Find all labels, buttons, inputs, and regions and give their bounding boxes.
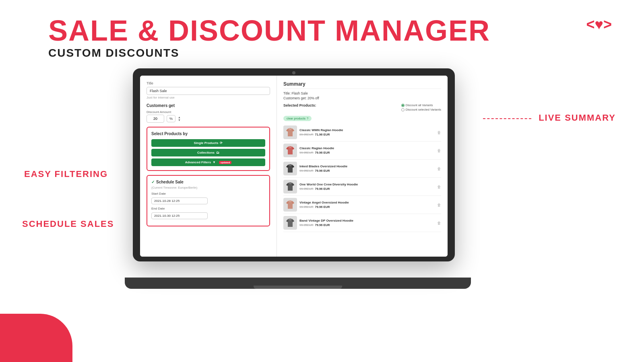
select-products-title: Select Products by <box>151 132 265 136</box>
original-price: 99.95EUR <box>299 151 314 154</box>
deco-shape <box>0 314 72 362</box>
product-name: Vintage Angel Oversized Hoodie <box>299 201 435 204</box>
sale-price: 79.96 EUR <box>315 187 330 191</box>
updated-badge: updated <box>219 161 231 164</box>
product-list: Classic WMN Raglan Hoodie89.95EUR71.96 E… <box>283 123 441 232</box>
product-info: One World One Crew Diversity Hoodie99.95… <box>299 183 435 191</box>
sale-price: 79.96 EUR <box>315 223 330 227</box>
product-thumbnail <box>283 162 297 175</box>
summary-title-line: Title: Flash Sale <box>283 91 441 95</box>
product-thumbnail <box>283 125 297 139</box>
radio-selected-variants[interactable]: Discount selected Variants <box>401 108 441 111</box>
product-thumbnail <box>283 180 297 193</box>
product-item: Inked Blades Oversized Hoodie99.95EUR79.… <box>283 160 441 178</box>
product-prices: 99.95EUR79.96 EUR <box>299 151 435 154</box>
discount-label: Discount Amount: <box>147 110 270 114</box>
product-info: Band Vintage DP Oversized Hoodie99.95EUR… <box>299 219 435 227</box>
product-prices: 99.95EUR79.96 EUR <box>299 187 435 191</box>
original-price: 99.95EUR <box>299 223 314 227</box>
check-icon: ✓ <box>151 180 155 184</box>
product-prices: 99.95EUR79.96 EUR <box>299 205 435 209</box>
live-summary-label: LIVE SUMMARY <box>539 113 616 123</box>
product-item: Classic WMN Raglan Hoodie89.95EUR71.96 E… <box>283 123 441 142</box>
product-name: Classic Raglan Hoodie <box>299 146 435 150</box>
customers-get-title: Customers get <box>147 103 270 108</box>
title-hint: Just for internal use <box>147 96 270 99</box>
easy-filtering-label: EASY FILTERING <box>24 169 108 179</box>
discount-input[interactable] <box>147 115 164 123</box>
delete-product-icon[interactable]: 🗑 <box>437 203 441 207</box>
advanced-filters-button[interactable]: Advanced Filters ▼ updated <box>151 158 265 166</box>
right-panel: Summary Title: Flash Sale Customers get:… <box>277 76 448 257</box>
product-info: Classic WMN Raglan Hoodie89.95EUR71.96 E… <box>299 128 435 136</box>
collections-button[interactable]: Collections 🗂 <box>151 149 265 156</box>
start-date-label: Start Date <box>151 192 265 195</box>
laptop-base <box>125 278 471 289</box>
variant-options: Discount all Variants Discount selected … <box>401 103 441 111</box>
product-info: Vintage Angel Oversized Hoodie99.95EUR79… <box>299 201 435 209</box>
discount-row: % ▲ ▼ <box>147 115 270 123</box>
product-name: Classic WMN Raglan Hoodie <box>299 128 435 132</box>
delete-product-icon[interactable]: 🗑 <box>437 167 441 171</box>
selected-products-header: Selected Products: Discount all Variants… <box>283 103 441 111</box>
laptop-screen: Title Just for internal use Customers ge… <box>133 68 455 261</box>
summary-customers-line: Customers get: 20% off <box>283 96 441 100</box>
delete-product-icon[interactable]: 🗑 <box>437 148 441 153</box>
page-subtitle: CUSTOM DISCOUNTS <box>48 47 490 60</box>
end-date-label: End Date <box>151 207 265 210</box>
product-info: Classic Raglan Hoodie99.95EUR79.96 EUR <box>299 146 435 154</box>
sale-price: 79.96 EUR <box>315 205 330 209</box>
delete-product-icon[interactable]: 🗑 <box>437 221 441 225</box>
screen-content: Title Just for internal use Customers ge… <box>140 76 448 257</box>
product-item: Vintage Angel Oversized Hoodie99.95EUR79… <box>283 196 441 214</box>
delete-product-icon[interactable]: 🗑 <box>437 130 441 135</box>
logo: <♥> <box>586 16 612 33</box>
laptop-camera <box>292 71 295 74</box>
sale-price: 71.96 EUR <box>315 133 330 136</box>
help-icon: ? <box>307 117 308 120</box>
selected-products-label: Selected Products: <box>283 103 316 107</box>
discount-unit: % <box>167 115 175 122</box>
clear-products-button[interactable]: clear products ? <box>283 116 312 121</box>
schedule-title: ✓ Schedule Sale <box>151 180 265 184</box>
product-thumbnail <box>283 198 297 212</box>
sale-price: 79.96 EUR <box>315 169 330 173</box>
sale-price: 79.96 EUR <box>315 151 330 154</box>
original-price: 99.95EUR <box>299 187 314 191</box>
radio-dot-selected <box>401 108 405 111</box>
product-prices: 99.95EUR79.96 EUR <box>299 169 435 173</box>
laptop-wrapper: Title Just for internal use Customers ge… <box>133 68 463 278</box>
start-date-input[interactable] <box>151 197 208 204</box>
product-name: One World One Crew Diversity Hoodie <box>299 183 435 186</box>
product-item: Band Vintage DP Oversized Hoodie99.95EUR… <box>283 214 441 232</box>
schedule-sale-box: ✓ Schedule Sale (Current Timezone: Europ… <box>147 175 270 226</box>
product-thumbnail <box>283 144 297 157</box>
product-thumbnail <box>283 216 297 230</box>
end-date-input[interactable] <box>151 212 208 219</box>
delete-product-icon[interactable]: 🗑 <box>437 185 441 189</box>
live-summary-line <box>483 118 531 119</box>
schedule-sales-label: SCHEDULE SALES <box>22 219 114 229</box>
single-products-button[interactable]: Single Products ⟳ <box>151 139 265 147</box>
title-label: Title <box>147 81 270 85</box>
header: SALE & DISCOUNT MANAGER CUSTOM DISCOUNTS <box>48 16 490 60</box>
left-panel: Title Just for internal use Customers ge… <box>140 76 277 257</box>
timezone-hint: (Current Timezone: Europe/Berlin) <box>151 186 265 189</box>
title-input[interactable] <box>147 87 270 95</box>
product-item: Classic Raglan Hoodie99.95EUR79.96 EUR🗑 <box>283 142 441 160</box>
product-name: Band Vintage DP Oversized Hoodie <box>299 219 435 222</box>
product-name: Inked Blades Oversized Hoodie <box>299 165 435 168</box>
product-info: Inked Blades Oversized Hoodie99.95EUR79.… <box>299 165 435 173</box>
radio-all-variants[interactable]: Discount all Variants <box>401 103 441 107</box>
summary-title: Summary <box>283 81 441 89</box>
product-item: One World One Crew Diversity Hoodie99.95… <box>283 178 441 196</box>
radio-dot-all <box>401 104 405 107</box>
select-products-box: Select Products by Single Products ⟳ Col… <box>147 127 270 171</box>
original-price: 99.95EUR <box>299 169 314 173</box>
original-price: 89.95EUR <box>299 133 314 136</box>
product-prices: 89.95EUR71.96 EUR <box>299 133 435 136</box>
original-price: 99.95EUR <box>299 205 314 209</box>
discount-stepper[interactable]: ▲ ▼ <box>178 116 181 121</box>
page-title: SALE & DISCOUNT MANAGER <box>48 16 490 45</box>
product-prices: 99.95EUR79.96 EUR <box>299 223 435 227</box>
